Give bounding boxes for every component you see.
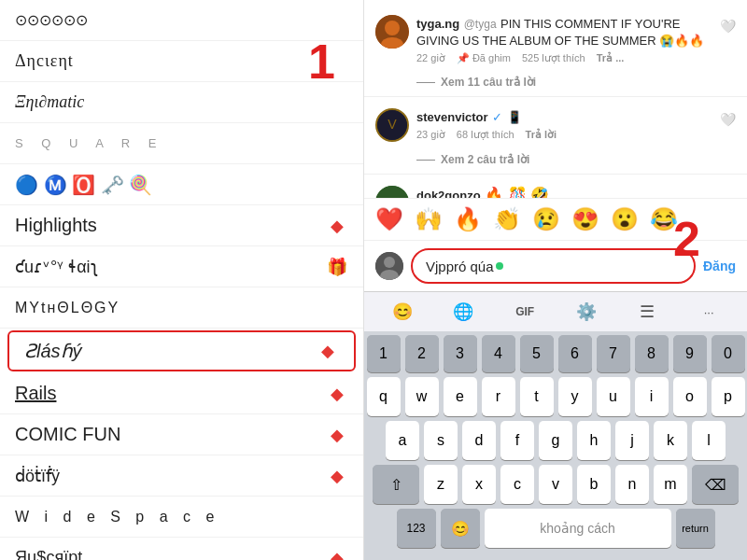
reply-tyga[interactable]: Trả ... [597, 52, 625, 64]
key-7[interactable]: 7 [597, 335, 630, 372]
keyboard-row-space: 123 😊 khoảng cách return [366, 509, 745, 548]
key-j[interactable]: j [615, 421, 649, 460]
key-6[interactable]: 6 [558, 335, 592, 372]
comment-input[interactable]: Vjppró qúa [411, 248, 696, 284]
key-d[interactable]: d [462, 421, 496, 460]
font-name: ⊙⊙⊙⊙⊙⊙ [15, 11, 348, 29]
settings-btn[interactable]: ⚙️ [570, 298, 603, 326]
key-1[interactable]: 1 [367, 335, 401, 372]
key-o[interactable]: o [673, 377, 707, 416]
font-item-script[interactable]: Яµ$cяïpt ◆ [0, 538, 363, 560]
font-item-mythology[interactable]: ΜΥtнΘLΘGΥ [0, 287, 363, 329]
key-l[interactable]: l [692, 421, 726, 460]
emoji-clap[interactable]: 👏 [489, 204, 525, 234]
emoji-wow[interactable]: 😮 [607, 204, 642, 234]
key-delete[interactable]: ⌫ [692, 465, 739, 504]
key-c[interactable]: c [500, 465, 534, 504]
key-space[interactable]: khoảng cách [485, 509, 671, 548]
font-item-dotify[interactable]: ḋöṫïḟÿ ◆ [0, 455, 363, 497]
key-8[interactable]: 8 [635, 335, 669, 372]
post-button[interactable]: Đăng [703, 259, 736, 273]
dok-emojis: 🔥 🎊 🤣 [485, 187, 549, 198]
key-e[interactable]: e [444, 377, 477, 416]
gift-icon: 🎁 [326, 256, 348, 278]
key-r[interactable]: r [482, 377, 515, 416]
avatar-tyga [375, 15, 409, 49]
key-b[interactable]: b [577, 465, 611, 504]
key-k[interactable]: k [654, 421, 687, 460]
key-w[interactable]: w [405, 377, 439, 416]
key-shift[interactable]: ⇧ [373, 465, 419, 504]
font-item-ancient[interactable]: Δηcιεηt 1 [0, 41, 363, 82]
key-n[interactable]: n [615, 465, 649, 504]
key-emoji[interactable]: 😊 [441, 509, 480, 548]
pinned-tyga: 📌 Đã ghim [457, 52, 511, 64]
emoji-hands[interactable]: 🙌 [411, 204, 446, 234]
font-item-comicfun[interactable]: COMIC FUN ◆ [0, 414, 363, 455]
comment-body-stevenvictor: stevenvictor ✓ 📱 23 giờ 68 lượt thích Tr… [416, 108, 712, 142]
font-name: ḋöṫïḟÿ [15, 466, 326, 486]
emoji-fire[interactable]: 🔥 [450, 204, 486, 234]
font-item-emoji[interactable]: 🔵 Ⓜ️ 🅾️ 🗝️ 🍭 [0, 164, 363, 205]
list-btn[interactable]: ☰ [630, 298, 664, 326]
key-f[interactable]: f [500, 421, 534, 460]
key-2[interactable]: 2 [405, 335, 439, 372]
key-z[interactable]: z [424, 465, 458, 504]
key-a[interactable]: a [386, 421, 419, 460]
key-p[interactable]: p [712, 377, 745, 416]
emoji-heart-eyes[interactable]: 😍 [568, 204, 603, 234]
number-badge-1: 1 [308, 37, 335, 86]
font-item-slashy[interactable]: Ƨlásɦý ◆ [7, 330, 356, 371]
heart-icon-stevenvictor[interactable]: 🤍 [720, 108, 736, 127]
keyboard-toolbar: 😊 🌐 GIF ⚙️ ☰ ··· [364, 291, 747, 331]
font-item-widespace[interactable]: W i d e S p a c e [0, 497, 363, 538]
key-9[interactable]: 9 [673, 335, 707, 372]
key-v[interactable]: v [539, 465, 572, 504]
key-g[interactable]: g [539, 421, 572, 460]
input-area: Vjppró qúa Đăng 2 [364, 240, 747, 291]
font-name: Ηighlights [15, 215, 326, 236]
font-name: ΜΥtнΘLΘGΥ [15, 300, 348, 316]
globe-btn[interactable]: 🌐 [446, 298, 480, 326]
keyboard-row-numbers: 1 2 3 4 5 6 7 8 9 0 [366, 335, 745, 372]
key-t[interactable]: t [520, 377, 554, 416]
emoji-keyboard-btn[interactable]: 😊 [386, 298, 419, 326]
font-item-curvy[interactable]: ƈuɾᵛ°ᵞ ɬαiʅ 🎁 [0, 246, 363, 287]
divider-1 [364, 96, 747, 97]
font-item-square[interactable]: S Q U A R E [0, 123, 363, 164]
font-name: Δηcιεηt [15, 51, 348, 71]
emoji-heart[interactable]: ❤️ [372, 204, 407, 234]
key-5[interactable]: 5 [520, 335, 554, 372]
font-item-rails[interactable]: Rails ◆ [0, 373, 363, 414]
key-u[interactable]: u [597, 377, 630, 416]
key-123[interactable]: 123 [397, 509, 436, 548]
font-item-enigmatic[interactable]: Ξηι∂matic [0, 82, 363, 123]
font-item-highlights[interactable]: Ηighlights ◆ [0, 205, 363, 246]
avatar-stevenvictor: V [375, 108, 409, 142]
heart-icon-tyga[interactable]: 🤍 [720, 15, 736, 34]
likes-stevenvictor: 68 lượt thích [457, 129, 514, 141]
key-x[interactable]: x [462, 465, 496, 504]
font-list-panel: ⊙⊙⊙⊙⊙⊙ Δηcιεηt 1 Ξηι∂matic S Q U A R E 🔵… [0, 0, 364, 560]
key-y[interactable]: y [558, 377, 592, 416]
keyboard: 1 2 3 4 5 6 7 8 9 0 q w e r t y u i o p … [364, 331, 747, 560]
key-m[interactable]: m [654, 465, 687, 504]
key-4[interactable]: 4 [482, 335, 515, 372]
key-0[interactable]: 0 [712, 335, 745, 372]
key-i[interactable]: i [635, 377, 669, 416]
comment-text-tyga: PIN THIS COMMENT IF YOU'RE GIVING US THE… [416, 17, 704, 48]
view-replies-2[interactable]: Xem 2 câu trả lời [364, 149, 747, 170]
more-btn[interactable]: ··· [692, 298, 726, 326]
key-s[interactable]: s [424, 421, 458, 460]
key-q[interactable]: q [367, 377, 401, 416]
diamond-icon: ◆ [326, 383, 348, 405]
key-h[interactable]: h [577, 421, 611, 460]
username-stevenvictor: stevenvictor [416, 110, 488, 124]
view-replies-1[interactable]: Xem 11 câu trả lời [364, 72, 747, 92]
username-tyga: tyga.ng [416, 17, 459, 31]
emoji-cry[interactable]: 😢 [529, 204, 564, 234]
key-3[interactable]: 3 [444, 335, 477, 372]
key-return[interactable]: return [676, 509, 715, 548]
reply-stevenvictor[interactable]: Trả lời [526, 129, 557, 141]
gif-btn[interactable]: GIF [508, 298, 542, 326]
